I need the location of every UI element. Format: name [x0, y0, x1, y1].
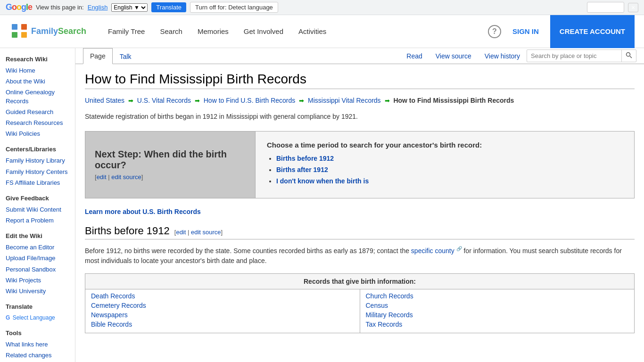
- tab-bar: Page Talk Read View source View history: [75, 48, 644, 64]
- records-right-col: Church Records Census Military Records T…: [360, 289, 635, 333]
- external-link-icon: 🔗: [456, 246, 462, 251]
- bible-records-link[interactable]: Bible Records: [91, 321, 354, 328]
- wiki-search-input[interactable]: [527, 50, 621, 61]
- sidebar-report-problem[interactable]: Report a Problem: [6, 216, 69, 225]
- article-title: How to Find Mississippi Birth Records: [85, 72, 635, 89]
- language-select[interactable]: English ▼: [111, 3, 148, 12]
- page-layout: Research Wiki Wiki Home About the Wiki O…: [0, 48, 644, 362]
- breadcrumb-ms-vital[interactable]: Mississippi Vital Records: [308, 97, 381, 104]
- options-button[interactable]: Options ▼: [587, 2, 624, 13]
- military-records-link[interactable]: Military Records: [366, 311, 629, 319]
- translate-button[interactable]: Translate: [151, 2, 186, 12]
- familysearch-logo-icon: [9, 22, 29, 41]
- sidebar-online-genealogy[interactable]: Online Genealogy Records: [6, 88, 69, 105]
- main-nav: Family Tree Search Memories Get Involved…: [100, 15, 334, 48]
- sidebar-upload-file[interactable]: Upload File/Image: [6, 254, 69, 263]
- sidebar-wiki-projects[interactable]: Wiki Projects: [6, 276, 69, 285]
- svg-rect-4: [21, 32, 27, 38]
- sidebar-edit-title: Edit the Wiki: [6, 232, 69, 239]
- svg-rect-2: [21, 24, 27, 30]
- language-link[interactable]: English: [88, 4, 108, 11]
- sidebar-personal-sandbox[interactable]: Personal Sandbox: [6, 265, 69, 274]
- sidebar-family-history-library[interactable]: Family History Library: [6, 156, 69, 165]
- nextstep-heading: Next Step: When did the birth occur?: [95, 149, 246, 171]
- sidebar-family-history-centers[interactable]: Family History Centers: [6, 168, 69, 176]
- breadcrumb-arrow-4: ➡: [385, 97, 390, 104]
- specific-county-link[interactable]: specific county: [411, 247, 454, 255]
- nextstep-edit-links: [edit | edit source]: [95, 173, 246, 181]
- births-before-1912-link[interactable]: Births before 1912: [276, 155, 334, 162]
- search-icon: [626, 52, 632, 58]
- article: How to Find Mississippi Birth Records Un…: [75, 64, 644, 341]
- sidebar-related-changes[interactable]: Related changes: [6, 351, 69, 360]
- google-g-icon: G: [6, 314, 10, 321]
- sidebar: Research Wiki Wiki Home About the Wiki O…: [0, 48, 75, 362]
- dont-know-birth-link[interactable]: I don't know when the birth is: [276, 177, 369, 185]
- view-page-label: View this page in:: [36, 4, 84, 11]
- breadcrumb-vital-records[interactable]: U.S. Vital Records: [137, 97, 191, 104]
- tax-records-link[interactable]: Tax Records: [366, 321, 629, 328]
- cemetery-records-link[interactable]: Cemetery Records: [91, 302, 354, 309]
- wiki-search-box: [527, 49, 636, 62]
- sidebar-guided-research[interactable]: Guided Research: [6, 108, 69, 116]
- sidebar-wiki-university[interactable]: Wiki University: [6, 287, 69, 296]
- breadcrumb-us-birth[interactable]: How to Find U.S. Birth Records: [204, 97, 296, 104]
- tab-read[interactable]: Read: [400, 49, 429, 64]
- tab-view-source[interactable]: View source: [429, 49, 478, 64]
- nextstep-edit-link[interactable]: edit: [97, 173, 107, 181]
- wiki-search-button[interactable]: [621, 50, 636, 62]
- google-logo: Google: [6, 2, 32, 12]
- main-header: FamilySearch Family Tree Search Memories…: [0, 15, 644, 48]
- sidebar-wiki-policies[interactable]: Wiki Policies: [6, 130, 69, 138]
- newspapers-link[interactable]: Newspapers: [91, 311, 354, 319]
- tab-talk[interactable]: Talk: [113, 49, 139, 64]
- nextstep-edit-source-link[interactable]: edit source: [111, 173, 141, 181]
- records-table-header: Records that give birth information:: [85, 273, 635, 289]
- nextstep-right: Choose a time period to search for your …: [255, 132, 634, 198]
- nav-family-tree[interactable]: Family Tree: [100, 15, 152, 48]
- choose-heading: Choose a time period to search for your …: [267, 141, 623, 149]
- learn-more-link[interactable]: Learn more about U.S. Birth Records: [85, 208, 201, 215]
- logo-text: FamilySearch: [31, 26, 86, 36]
- sidebar-wiki-home[interactable]: Wiki Home: [6, 66, 69, 75]
- turn-off-button[interactable]: Turn off for: Detect language: [190, 2, 278, 13]
- tab-view-history[interactable]: View history: [478, 49, 527, 64]
- sign-in-button[interactable]: SIGN IN: [507, 27, 545, 35]
- sidebar-select-language[interactable]: G Select Language: [6, 314, 69, 322]
- breadcrumb-us[interactable]: United States: [85, 97, 124, 104]
- header-right: ? SIGN IN CREATE ACCOUNT: [488, 15, 635, 48]
- nav-search[interactable]: Search: [152, 15, 190, 48]
- sidebar-feedback-title: Give Feedback: [6, 195, 69, 202]
- nav-activities[interactable]: Activities: [291, 15, 334, 48]
- nav-memories[interactable]: Memories: [190, 15, 236, 48]
- table-row: Death Records Cemetery Records Newspaper…: [85, 289, 635, 333]
- learn-more: Learn more about U.S. Birth Records: [85, 208, 635, 215]
- choose-options-list: Births before 1912 Births after 1912 I d…: [267, 155, 623, 185]
- breadcrumb: United States ➡ U.S. Vital Records ➡ How…: [85, 97, 635, 104]
- sidebar-research-resources[interactable]: Research Resources: [6, 119, 69, 127]
- sidebar-what-links-here[interactable]: What links here: [6, 340, 69, 349]
- logo-link[interactable]: FamilySearch: [9, 22, 86, 41]
- census-link[interactable]: Census: [366, 302, 629, 309]
- nextstep-left: Next Step: When did the birth occur? [ed…: [85, 132, 255, 198]
- breadcrumb-current: How to Find Mississippi Birth Records: [393, 97, 514, 104]
- births-after-1912-link[interactable]: Births after 1912: [276, 166, 328, 173]
- svg-rect-3: [12, 32, 17, 38]
- sidebar-become-editor[interactable]: Become an Editor: [6, 243, 69, 252]
- church-records-link[interactable]: Church Records: [366, 292, 629, 300]
- death-records-link[interactable]: Death Records: [91, 292, 354, 300]
- sidebar-fs-affiliate[interactable]: FS Affiliate Libraries: [6, 179, 69, 187]
- close-button[interactable]: ×: [628, 3, 638, 12]
- sidebar-about-wiki[interactable]: About the Wiki: [6, 77, 69, 86]
- list-item: Births after 1912: [276, 166, 623, 173]
- births-before-edit-source-link[interactable]: edit source: [191, 229, 221, 236]
- tab-page[interactable]: Page: [83, 48, 113, 64]
- nav-get-involved[interactable]: Get Involved: [236, 15, 291, 48]
- births-before-edit-links: [edit | edit source]: [174, 229, 223, 236]
- help-button[interactable]: ?: [488, 25, 501, 38]
- create-account-button[interactable]: CREATE ACCOUNT: [550, 15, 635, 48]
- births-before-edit-link[interactable]: edit: [176, 229, 186, 236]
- svg-point-5: [627, 53, 630, 57]
- sidebar-submit-wiki[interactable]: Submit Wiki Content: [6, 206, 69, 214]
- nextstep-container: Next Step: When did the birth occur? [ed…: [85, 131, 635, 198]
